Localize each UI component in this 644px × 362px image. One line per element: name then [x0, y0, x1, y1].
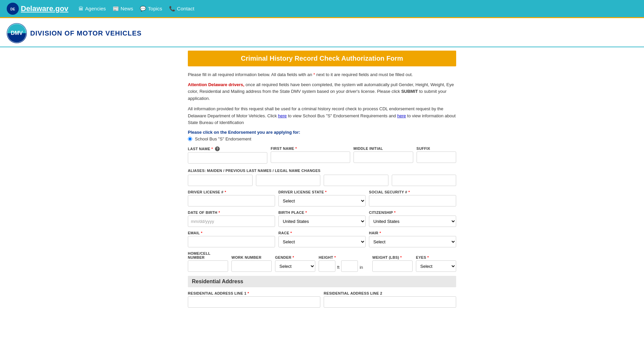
- driver-license-group: DRIVER LICENSE # *: [188, 190, 275, 206]
- hair-label: HAIR *: [369, 231, 456, 235]
- last-name-group: LAST NAME * ?: [188, 146, 267, 164]
- eyes-label: EYES *: [416, 255, 456, 259]
- physical-row: HOME/CELL NUMBER WORK NUMBER GENDER * Se…: [188, 251, 456, 272]
- first-name-label: FIRST NAME *: [271, 146, 350, 150]
- eyes-group: EYES * SelectBlackBlueBrownGrayGreenHaze…: [416, 255, 456, 272]
- phone-icon: 📞: [169, 6, 175, 12]
- attention-text: Attention Delaware drivers,: [188, 82, 244, 87]
- nav-contact-label: Contact: [177, 6, 195, 11]
- chat-icon: 💬: [140, 6, 146, 12]
- last-name-help-icon[interactable]: ?: [215, 146, 220, 151]
- citizenship-select[interactable]: United StatesAfghanistanAlbaniaOther: [369, 216, 456, 227]
- suffix-input[interactable]: [417, 152, 456, 163]
- driver-license-state-label: DRIVER LICENSE STATE *: [278, 190, 366, 194]
- required-note-text2: next to it are required fields and must …: [316, 72, 413, 77]
- here-link-1[interactable]: here: [278, 113, 287, 118]
- work-number-label: WORK NUMBER: [231, 255, 272, 259]
- in-label: in: [360, 265, 363, 272]
- suffix-label: SUFFIX: [417, 146, 456, 150]
- middle-initial-label: MIDDLE INITIAL: [354, 146, 413, 150]
- gender-label: GENDER *: [275, 255, 315, 259]
- height-inputs: ft in: [319, 260, 369, 272]
- birth-place-select[interactable]: United StatesAfghanistanAlbaniaAlgeriaOt…: [278, 216, 366, 227]
- home-cell-group: HOME/CELL NUMBER: [188, 251, 228, 272]
- social-security-label: SOCIAL SECURITY # *: [369, 190, 456, 194]
- info-para-text2: to view School Bus "S" Endorsement Requi…: [288, 113, 396, 118]
- email-input[interactable]: [188, 236, 275, 247]
- dmv-title: DIVISION OF MOTOR VEHICLES: [30, 29, 142, 37]
- hair-select[interactable]: SelectBlackBrownBlondeGrayRedWhiteBald: [369, 236, 456, 247]
- nav-news-link[interactable]: 📰 News: [113, 6, 133, 12]
- endorsement-label: Please click on the Endorsement you are …: [188, 130, 456, 135]
- aliases-label-row: ALIASES: MAIDEN / PREVIOUS LAST NAMES / …: [188, 168, 456, 173]
- suffix-group: SUFFIX: [417, 146, 456, 164]
- driver-license-input[interactable]: [188, 195, 275, 206]
- alias-2-input[interactable]: [256, 175, 321, 186]
- citizenship-group: CITIZENSHIP * United StatesAfghanistanAl…: [369, 210, 456, 227]
- site-logo[interactable]: DE Delaware.gov: [7, 3, 68, 15]
- driver-license-state-select[interactable]: SelectAlabamaAlaskaArizonaArkansasCalifo…: [278, 195, 366, 206]
- social-security-input[interactable]: [369, 195, 456, 206]
- email-group: EMAIL *: [188, 231, 275, 247]
- race-select[interactable]: SelectAmerican Indian or Alaska NativeAs…: [278, 236, 366, 247]
- alias-1-input[interactable]: [188, 175, 253, 186]
- social-security-group: SOCIAL SECURITY # *: [369, 190, 456, 206]
- driver-license-label: DRIVER LICENSE # *: [188, 190, 275, 194]
- nav-contact-link[interactable]: 📞 Contact: [169, 6, 195, 12]
- endorsement-option-label: School Bus "S" Endorsement: [195, 136, 251, 141]
- height-in-input[interactable]: [341, 260, 358, 272]
- home-cell-label: HOME/CELL NUMBER: [188, 251, 228, 259]
- name-row: LAST NAME * ? FIRST NAME * MIDDLE INITIA…: [188, 146, 456, 164]
- nav-topics-link[interactable]: 💬 Topics: [140, 6, 162, 12]
- race-group: RACE * SelectAmerican Indian or Alaska N…: [278, 231, 366, 247]
- height-ft-input[interactable]: [319, 260, 335, 272]
- work-number-input[interactable]: [231, 260, 272, 272]
- weight-label: WEIGHT (LBS) *: [372, 255, 413, 259]
- form-container: Criminal History Record Check Authorizat…: [181, 47, 463, 322]
- residential-line1-group: RESIDENTIAL ADDRESS LINE 1 *: [188, 291, 320, 308]
- dob-row: DATE OF BIRTH * BIRTH PLACE * United Sta…: [188, 210, 456, 227]
- eyes-select[interactable]: SelectBlackBlueBrownGrayGreenHazelMaroon…: [416, 260, 456, 272]
- attention-paragraph: Attention Delaware drivers, once all req…: [188, 81, 456, 102]
- required-note-paragraph: Please fill in all required information …: [188, 71, 456, 78]
- endorsement-section: Please click on the Endorsement you are …: [188, 130, 456, 141]
- middle-initial-group: MIDDLE INITIAL: [354, 146, 413, 164]
- alias-3-group: [324, 175, 388, 186]
- aliases-row: [188, 175, 456, 186]
- here-link-2[interactable]: here: [397, 113, 406, 118]
- last-name-input[interactable]: [188, 152, 267, 164]
- svg-text:DMV: DMV: [11, 30, 23, 36]
- weight-group: WEIGHT (LBS) *: [372, 255, 413, 272]
- endorsement-option: School Bus "S" Endorsement: [188, 136, 456, 141]
- gender-group: GENDER * SelectMaleFemale: [275, 255, 315, 272]
- dob-input[interactable]: [188, 216, 275, 227]
- first-name-input[interactable]: [271, 152, 350, 163]
- aliases-label: ALIASES: MAIDEN / PREVIOUS LAST NAMES / …: [188, 169, 321, 173]
- svg-text:DE: DE: [10, 7, 15, 11]
- driver-license-state-group: DRIVER LICENSE STATE * SelectAlabamaAlas…: [278, 190, 366, 206]
- residential-line1-input[interactable]: [188, 296, 320, 308]
- first-name-group: FIRST NAME *: [271, 146, 350, 164]
- alias-3-input[interactable]: [324, 175, 388, 186]
- work-number-group: WORK NUMBER: [231, 255, 272, 272]
- birth-place-label: BIRTH PLACE *: [278, 210, 366, 215]
- alias-2-group: [256, 175, 321, 186]
- nav-agencies-label: Agencies: [85, 6, 106, 11]
- home-cell-input[interactable]: [188, 260, 228, 272]
- last-name-label: LAST NAME * ?: [188, 146, 267, 151]
- weight-input[interactable]: [372, 260, 413, 272]
- hair-group: HAIR * SelectBlackBrownBlondeGrayRedWhit…: [369, 231, 456, 247]
- site-logo-text[interactable]: Delaware.gov: [21, 4, 68, 13]
- residential-line2-input[interactable]: [324, 296, 456, 308]
- middle-initial-input[interactable]: [354, 152, 413, 163]
- residential-line1-label: RESIDENTIAL ADDRESS LINE 1 *: [188, 291, 320, 295]
- alias-1-group: [188, 175, 253, 186]
- asterisk-symbol: *: [313, 72, 316, 77]
- nav-agencies-link[interactable]: 🏛 Agencies: [78, 6, 106, 12]
- alias-4-input[interactable]: [392, 175, 457, 186]
- alias-4-group: [392, 175, 457, 186]
- newspaper-icon: 📰: [113, 6, 119, 12]
- endorsement-radio[interactable]: [188, 137, 192, 141]
- dmv-logo: DMV: [7, 23, 27, 43]
- gender-select[interactable]: SelectMaleFemale: [275, 260, 315, 272]
